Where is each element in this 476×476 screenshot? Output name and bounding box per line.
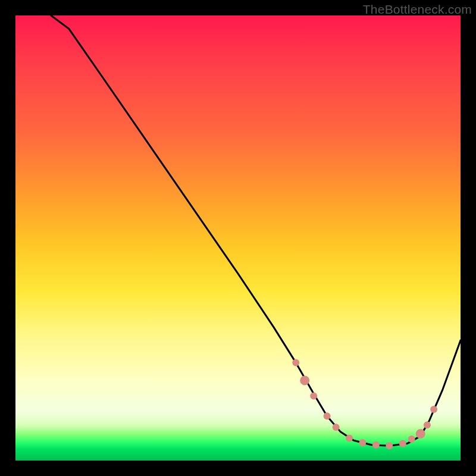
watermark-text: TheBottleneck.com xyxy=(363,2,472,17)
gradient-background xyxy=(15,15,461,461)
chart-frame xyxy=(15,15,461,461)
